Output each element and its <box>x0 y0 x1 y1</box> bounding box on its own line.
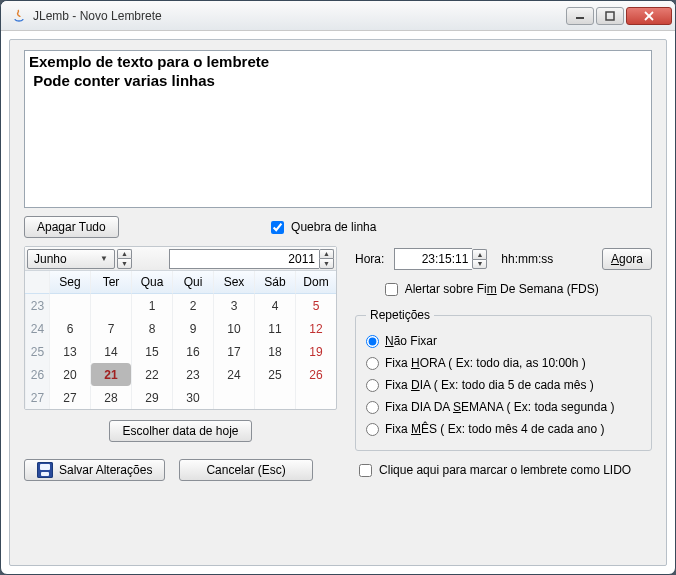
repetition-option[interactable]: Fixa DIA ( Ex: todo dia 5 de cada mês ) <box>366 374 641 396</box>
weekend-alert-checkbox[interactable]: Alertar sobre Fim De Semana (FDS) <box>385 282 599 296</box>
calendar-day[interactable]: 22 <box>131 363 172 386</box>
repetitions-group: Repetições Não FixarFixa HORA ( Ex: todo… <box>355 308 652 451</box>
reminder-textarea[interactable]: Exemplo de texto para o lembrete Pode co… <box>24 50 652 208</box>
time-label: Hora: <box>355 252 384 266</box>
now-button-label: Agora <box>611 252 643 266</box>
calendar-day[interactable]: 21 <box>90 363 131 386</box>
mark-read-input[interactable] <box>359 464 372 477</box>
calendar-day[interactable]: 23 <box>172 363 213 386</box>
month-combo[interactable]: Junho ▼ <box>27 249 115 269</box>
week-number: 24 <box>25 317 49 340</box>
repetition-option[interactable]: Não Fixar <box>366 330 641 352</box>
minimize-button[interactable] <box>566 7 594 25</box>
calendar-day <box>49 294 90 317</box>
week-number: 25 <box>25 340 49 363</box>
calendar-day[interactable]: 17 <box>213 340 254 363</box>
mark-read-checkbox[interactable]: Clique aqui para marcar o lembrete como … <box>359 463 631 477</box>
right-column: Hora: ▲▼ hh:mm:ss Agora Alertar sobre Fi… <box>355 246 652 451</box>
wrap-checkbox-label: Quebra de linha <box>291 220 376 234</box>
year-spinner[interactable]: ▲▼ <box>169 249 334 269</box>
calendar-day[interactable]: 30 <box>172 386 213 409</box>
today-button-label: Escolher data de hoje <box>122 424 238 438</box>
calendar-day <box>213 386 254 409</box>
calendar-day[interactable]: 29 <box>131 386 172 409</box>
clear-button-label: Apagar Tudo <box>37 220 106 234</box>
repetition-radio[interactable] <box>366 357 379 370</box>
month-spinner[interactable]: ▲▼ <box>117 249 132 269</box>
calendar-day <box>295 386 336 409</box>
wrap-checkbox-input[interactable] <box>271 221 284 234</box>
year-input[interactable] <box>169 249 319 269</box>
repetition-radio[interactable] <box>366 401 379 414</box>
weekend-alert-label: Alertar sobre Fim De Semana (FDS) <box>405 282 599 296</box>
year-spinner-buttons[interactable]: ▲▼ <box>319 249 334 269</box>
save-button[interactable]: Salvar Alterações <box>24 459 165 481</box>
calendar-day <box>90 294 131 317</box>
calendar-day[interactable]: 9 <box>172 317 213 340</box>
calendar-day[interactable]: 11 <box>254 317 295 340</box>
calendar-day[interactable]: 4 <box>254 294 295 317</box>
time-input[interactable] <box>394 248 472 270</box>
calendar-day[interactable]: 16 <box>172 340 213 363</box>
calendar-day[interactable]: 5 <box>295 294 336 317</box>
calendar-day[interactable]: 28 <box>90 386 131 409</box>
week-number: 27 <box>25 386 49 409</box>
window-title: JLemb - Novo Lembrete <box>33 9 565 23</box>
calendar-day[interactable]: 20 <box>49 363 90 386</box>
month-combo-value: Junho <box>34 252 100 266</box>
calendar-day[interactable]: 10 <box>213 317 254 340</box>
calendar-day <box>254 386 295 409</box>
calendar-day[interactable]: 25 <box>254 363 295 386</box>
mark-read-label: Clique aqui para marcar o lembrete como … <box>379 463 631 477</box>
dow-header: Sex <box>213 271 254 294</box>
maximize-button[interactable] <box>596 7 624 25</box>
calendar-day[interactable]: 18 <box>254 340 295 363</box>
repetition-radio[interactable] <box>366 379 379 392</box>
time-spinner[interactable]: ▲▼ <box>472 249 487 269</box>
client-area: Exemplo de texto para o lembrete Pode co… <box>9 39 667 566</box>
repetition-radio[interactable] <box>366 423 379 436</box>
repetition-label: Fixa MÊS ( Ex: todo mês 4 de cada ano ) <box>385 422 604 436</box>
save-icon <box>37 462 53 478</box>
week-number: 23 <box>25 294 49 317</box>
clear-button[interactable]: Apagar Tudo <box>24 216 119 238</box>
editor-toolbar: Apagar Tudo Quebra de linha <box>24 216 652 238</box>
repetition-radio[interactable] <box>366 335 379 348</box>
footer: Salvar Alterações Cancelar (Esc) Clique … <box>24 459 652 481</box>
today-button[interactable]: Escolher data de hoje <box>109 420 251 442</box>
svg-rect-1 <box>606 12 614 20</box>
dow-header: Sáb <box>254 271 295 294</box>
calendar-day[interactable]: 8 <box>131 317 172 340</box>
dow-header: Qui <box>172 271 213 294</box>
calendar-column: Junho ▼ ▲▼ ▲▼ SegTerQuaQuiSexSábDom23123… <box>24 246 337 442</box>
calendar-day[interactable]: 7 <box>90 317 131 340</box>
calendar-day[interactable]: 13 <box>49 340 90 363</box>
wrap-checkbox[interactable]: Quebra de linha <box>271 220 377 234</box>
main-content: Junho ▼ ▲▼ ▲▼ SegTerQuaQuiSexSábDom23123… <box>24 246 652 451</box>
calendar-day[interactable]: 12 <box>295 317 336 340</box>
close-button[interactable] <box>626 7 672 25</box>
repetition-label: Fixa DIA ( Ex: todo dia 5 de cada mês ) <box>385 378 594 392</box>
calendar-day[interactable]: 6 <box>49 317 90 340</box>
calendar-day[interactable]: 3 <box>213 294 254 317</box>
calendar-day[interactable]: 15 <box>131 340 172 363</box>
calendar-day[interactable]: 14 <box>90 340 131 363</box>
calendar-day[interactable]: 26 <box>295 363 336 386</box>
repetitions-legend: Repetições <box>366 308 434 322</box>
repetition-option[interactable]: Fixa HORA ( Ex: todo dia, as 10:00h ) <box>366 352 641 374</box>
dow-header: Ter <box>90 271 131 294</box>
cancel-button[interactable]: Cancelar (Esc) <box>179 459 312 481</box>
window: JLemb - Novo Lembrete Exemplo de texto p… <box>0 0 676 575</box>
repetition-label: Fixa HORA ( Ex: todo dia, as 10:00h ) <box>385 356 586 370</box>
calendar-day[interactable]: 2 <box>172 294 213 317</box>
calendar-day[interactable]: 24 <box>213 363 254 386</box>
repetition-label: Não Fixar <box>385 334 437 348</box>
weekend-alert-input[interactable] <box>385 283 398 296</box>
dow-header: Qua <box>131 271 172 294</box>
repetition-option[interactable]: Fixa MÊS ( Ex: todo mês 4 de cada ano ) <box>366 418 641 440</box>
calendar-day[interactable]: 1 <box>131 294 172 317</box>
calendar-day[interactable]: 19 <box>295 340 336 363</box>
now-button[interactable]: Agora <box>602 248 652 270</box>
repetition-option[interactable]: Fixa DIA DA SEMANA ( Ex: toda segunda ) <box>366 396 641 418</box>
calendar-day[interactable]: 27 <box>49 386 90 409</box>
